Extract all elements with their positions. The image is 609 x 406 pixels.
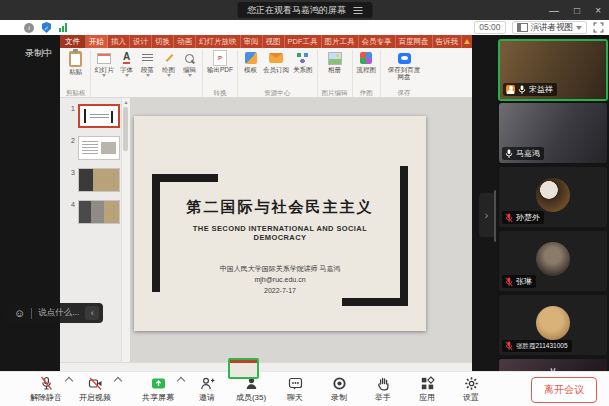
share-screen-button[interactable]: 共享屏幕: [136, 376, 180, 403]
tab-baidu-pan[interactable]: 百度网盘: [396, 35, 433, 48]
leave-meeting-button[interactable]: 离开会议: [531, 377, 597, 403]
close-button[interactable]: ×: [595, 5, 601, 16]
font-button[interactable]: A 字体: [118, 51, 135, 77]
slide-canvas: 第二国际与社会民主主义 THE SECOND INTERNATIONAL AND…: [130, 98, 472, 362]
meeting-toolbar: 解除静音 开启视频 共享屏幕 邀请: [0, 371, 609, 406]
fullscreen-icon[interactable]: [593, 22, 604, 33]
wps-ribbon: 粘贴 剪贴板 幻灯片 A 字体: [60, 48, 472, 98]
wps-statusbar: [60, 362, 472, 371]
camera-off-icon: [88, 376, 103, 391]
video-options-chevron[interactable]: [113, 378, 122, 392]
picture-icon: [328, 52, 342, 65]
mic-muted-icon: [505, 213, 513, 223]
clipboard-group-label: 剪贴板: [66, 88, 86, 97]
tab-home[interactable]: 开始: [86, 35, 108, 48]
tab-design[interactable]: 设计: [130, 35, 152, 48]
quick-chat-placeholder[interactable]: 说点什么...: [38, 307, 79, 319]
invite-button[interactable]: 邀请: [185, 376, 229, 403]
banner-menu-icon[interactable]: [353, 7, 362, 14]
convert-group-label: 转换: [214, 88, 227, 97]
chat-icon: [288, 376, 303, 391]
paste-button[interactable]: 粘贴: [67, 51, 84, 75]
tab-view[interactable]: 视图: [263, 35, 285, 48]
scroll-up-icon[interactable]: ▲: [122, 98, 130, 106]
start-video-button[interactable]: 开启视频: [73, 376, 117, 403]
tab-animation[interactable]: 动画: [174, 35, 196, 48]
participant-name: 张胜霞211431005: [516, 342, 568, 351]
shared-screen-area: 录制中 文件 开始 插入 设计 切换 动画 幻灯片放映 审阅 视图 PDF工具 …: [0, 35, 497, 371]
settings-button[interactable]: 设置: [449, 376, 493, 403]
raise-hand-button[interactable]: 举手: [361, 376, 405, 403]
slide-author: 中国人民大学国际关系学院讲师 马嘉鸿: [134, 264, 426, 274]
avatar: [536, 306, 570, 340]
bracket-decoration: [400, 166, 408, 306]
participant-tile[interactable]: ∨: [499, 359, 607, 371]
slides-button[interactable]: 幻灯片: [95, 51, 115, 77]
mic-muted-icon: [505, 341, 513, 351]
diagram-button[interactable]: 关系图: [293, 51, 313, 73]
panel-scrollbar[interactable]: ▲: [121, 98, 130, 362]
apps-button[interactable]: 应用: [405, 376, 449, 403]
view-mode-label: 演讲者视图: [531, 22, 574, 33]
album-button[interactable]: 相册: [326, 51, 343, 73]
view-mode-button[interactable]: 演讲者视图: [512, 21, 588, 34]
slide-email: mjh@ruc.edu.cn: [134, 276, 426, 283]
home-tools-group: 幻灯片 A 字体 段落 绘图: [91, 50, 204, 97]
quick-chat-bar[interactable]: ☺ 说点什么... ‹: [6, 303, 103, 323]
participant-tile[interactable]: 张胜霞211431005: [499, 295, 607, 355]
vip-subscribe-button[interactable]: 会员订阅: [263, 51, 289, 73]
maximize-button[interactable]: □: [574, 5, 580, 16]
sidebar-scrollbar[interactable]: [494, 190, 496, 242]
edit-button[interactable]: 编辑: [181, 51, 198, 77]
meeting-info-icon[interactable]: i: [24, 23, 34, 33]
participant-name: 马嘉鸿: [516, 148, 540, 159]
paragraph-button[interactable]: 段落: [139, 51, 156, 77]
tab-vip[interactable]: 会员专享: [359, 35, 396, 48]
save-to-pan-button[interactable]: 保存到百度网盘: [385, 51, 423, 80]
draw-button[interactable]: 绘图: [160, 51, 177, 77]
chat-button[interactable]: 聊天: [273, 376, 317, 403]
clipboard-group: 粘贴 剪贴板: [62, 50, 91, 97]
mic-options-chevron[interactable]: [64, 378, 73, 392]
minimize-button[interactable]: —: [549, 5, 559, 16]
tab-tell-me[interactable]: 告诉我: [433, 35, 463, 48]
participants-sidebar: 宋益祥 马嘉鸿 孙楚外: [497, 35, 609, 371]
tab-picture-tools[interactable]: 图片工具: [322, 35, 359, 48]
share-options-chevron[interactable]: [176, 378, 185, 392]
tab-pdf-tools[interactable]: PDF工具: [285, 35, 322, 48]
avatar: [536, 242, 570, 276]
template-button[interactable]: 模板: [242, 51, 259, 73]
flowchart-button[interactable]: 流程图: [357, 51, 377, 73]
sidebar-collapse-handle[interactable]: ›: [479, 193, 494, 237]
watching-banner[interactable]: 您正在观看马嘉鸿的屏幕: [237, 2, 372, 18]
tab-slideshow[interactable]: 幻灯片放映: [196, 35, 241, 48]
share-preview-thumbnail[interactable]: [228, 358, 259, 379]
unmute-button[interactable]: 解除静音: [24, 376, 68, 403]
template-icon: [245, 52, 257, 64]
chevron-down-icon: [167, 74, 171, 77]
tab-transition[interactable]: 切换: [152, 35, 174, 48]
baidu-pan-icon: [398, 53, 411, 64]
image-group-label: 图片编辑: [322, 88, 348, 97]
security-shield-icon[interactable]: ✓: [42, 22, 51, 33]
participant-tile[interactable]: 宋益祥: [498, 39, 608, 101]
record-button[interactable]: 录制: [317, 376, 361, 403]
apps-icon: [420, 376, 435, 391]
paste-icon: [69, 51, 82, 67]
export-pdf-button[interactable]: P 输出PDF: [207, 51, 233, 73]
members-button[interactable]: 成员(35): [229, 376, 273, 403]
participant-tile[interactable]: 孙楚外: [499, 167, 607, 227]
mic-on-icon: [518, 85, 526, 95]
tab-review[interactable]: 审阅: [241, 35, 263, 48]
mic-on-icon: [505, 149, 513, 159]
tab-file[interactable]: 文件: [60, 35, 86, 48]
avatar: [536, 178, 570, 212]
pencil-icon: [164, 53, 174, 63]
tab-insert[interactable]: 插入: [108, 35, 130, 48]
slide-icon: [97, 53, 111, 64]
participant-tile[interactable]: 马嘉鸿: [499, 103, 607, 163]
emoji-icon[interactable]: ☺: [14, 308, 25, 319]
participant-tile[interactable]: 张琳: [499, 231, 607, 291]
collapse-chat-icon[interactable]: ‹: [85, 306, 99, 320]
meeting-timer: 05:00: [474, 21, 505, 34]
